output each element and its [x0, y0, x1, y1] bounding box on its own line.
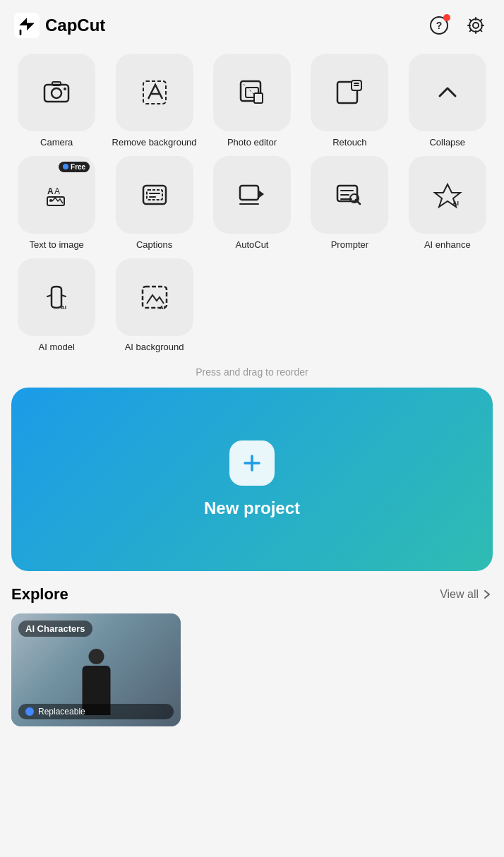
tool-camera[interactable]: Camera — [11, 54, 102, 149]
camera-icon-box — [18, 54, 95, 131]
prompter-icon-box — [311, 156, 388, 234]
ai-model-label: AI model — [39, 342, 75, 354]
tool-captions[interactable]: Captions — [109, 156, 199, 251]
tool-ai-enhance[interactable]: AI AI enhance — [402, 156, 493, 251]
text-to-image-icon: A A — [42, 180, 71, 210]
ai-background-label: AI background — [125, 342, 184, 354]
tool-photo-editor[interactable]: Photo editor — [207, 54, 297, 149]
settings-icon — [466, 16, 486, 35]
tool-remove-bg[interactable]: Remove background — [109, 54, 199, 149]
ai-background-icon-box: AI — [116, 258, 193, 336]
replaceable-label: Replaceable — [38, 707, 85, 717]
view-all-button[interactable]: View all — [440, 588, 493, 601]
capcut-logo-icon — [14, 13, 40, 38]
tool-retouch[interactable]: Retouch — [304, 54, 395, 149]
explore-header: Explore View all — [11, 585, 493, 604]
photo-editor-icon — [237, 78, 267, 107]
header: CapCut ? — [0, 0, 504, 48]
new-project-button[interactable]: New project — [11, 388, 493, 571]
retouch-icon — [335, 78, 364, 107]
camera-icon — [42, 78, 71, 107]
svg-rect-6 — [44, 85, 68, 102]
remove-bg-label: Remove background — [112, 137, 197, 149]
svg-point-4 — [473, 23, 479, 28]
svg-rect-24 — [147, 190, 162, 200]
photo-editor-label: Photo editor — [227, 137, 277, 149]
explore-card-ai-characters[interactable]: AI Characters Replaceable — [11, 613, 181, 726]
ai-model-icon-box: AI — [18, 258, 95, 336]
card-top-label: AI Characters — [18, 621, 92, 637]
svg-point-5 — [469, 19, 482, 32]
view-all-label: View all — [440, 588, 479, 601]
tool-ai-background[interactable]: AI AI background — [109, 258, 199, 354]
help-button[interactable]: ? — [425, 11, 453, 40]
settings-button[interactable] — [462, 11, 490, 40]
svg-point-22 — [49, 199, 52, 202]
tools-section: Camera Remove background — [0, 48, 504, 354]
new-project-plus-icon — [229, 441, 275, 486]
autocut-icon-box — [213, 156, 291, 234]
notification-dot — [443, 14, 450, 21]
svg-text:AI: AI — [160, 304, 165, 311]
svg-text:A: A — [47, 186, 54, 196]
svg-text:AI: AI — [61, 304, 66, 311]
camera-label: Camera — [40, 137, 73, 149]
tool-autocut[interactable]: AutoCut — [207, 156, 297, 251]
tool-text-to-image[interactable]: Free A A Text to image — [11, 156, 102, 251]
retouch-icon-box — [311, 54, 388, 131]
svg-rect-8 — [52, 82, 61, 85]
ai-enhance-label: AI enhance — [424, 239, 471, 251]
explore-cards: AI Characters Replaceable — [11, 613, 493, 726]
free-badge: Free — [59, 162, 90, 172]
captions-label: Captions — [136, 239, 172, 251]
drag-hint: Press and drag to reorder — [0, 354, 504, 388]
collapse-icon-box — [409, 54, 486, 131]
replaceable-dot — [25, 707, 34, 716]
tool-prompter[interactable]: Prompter — [304, 156, 395, 251]
plus-icon — [241, 452, 263, 474]
explore-title: Explore — [11, 585, 68, 604]
svg-text:?: ? — [436, 20, 443, 31]
tool-ai-model[interactable]: AI AI model — [11, 258, 102, 354]
ai-enhance-icon: AI — [433, 180, 462, 210]
logo-text: CapCut — [45, 16, 105, 35]
prompter-icon — [335, 180, 364, 210]
explore-section: Explore View all AI Characters Replaceab… — [0, 585, 504, 726]
header-icons: ? — [425, 11, 490, 40]
photo-editor-icon-box — [213, 54, 291, 131]
svg-point-9 — [64, 88, 66, 90]
text-to-image-label: Text to image — [30, 239, 84, 251]
ai-enhance-icon-box: AI — [409, 156, 486, 234]
svg-text:AI: AI — [452, 200, 459, 207]
captions-icon — [140, 180, 169, 210]
remove-bg-icon — [140, 78, 169, 107]
tools-grid: Camera Remove background — [11, 54, 493, 354]
collapse-label: Collapse — [429, 137, 465, 149]
card-bottom-label: Replaceable — [18, 704, 174, 719]
ai-model-icon: AI — [42, 282, 71, 312]
ai-background-icon: AI — [140, 282, 169, 312]
autocut-icon — [237, 180, 267, 210]
new-project-label: New project — [204, 498, 300, 518]
collapse-icon — [433, 78, 462, 107]
svg-point-7 — [52, 88, 61, 98]
autocut-label: AutoCut — [236, 239, 269, 251]
text-to-image-icon-box: Free A A — [18, 156, 95, 234]
svg-rect-27 — [240, 186, 258, 200]
captions-icon-box — [116, 156, 193, 234]
svg-text:A: A — [54, 186, 60, 196]
remove-bg-icon-box — [116, 54, 193, 131]
logo-area: CapCut — [14, 13, 105, 38]
retouch-label: Retouch — [332, 137, 366, 149]
svg-rect-14 — [254, 93, 263, 103]
tool-collapse[interactable]: Collapse — [402, 54, 493, 149]
chevron-right-icon — [481, 589, 493, 600]
prompter-label: Prompter — [331, 239, 368, 251]
